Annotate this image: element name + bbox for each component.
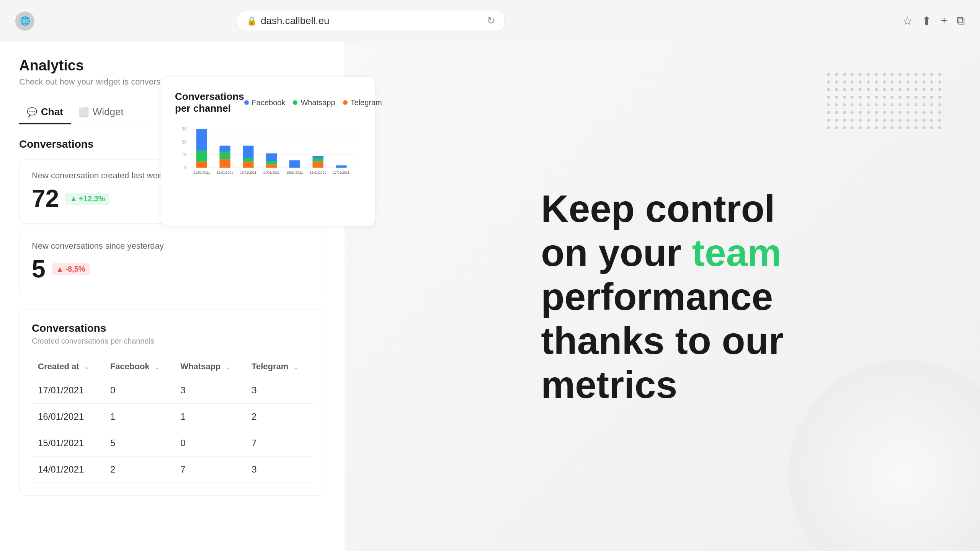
chart-header: Conversations per channel Facebook Whats… xyxy=(175,91,361,114)
decoration-dot xyxy=(843,80,846,83)
decoration-dot xyxy=(851,126,854,129)
svg-text:13/01/2021: 13/01/2021 xyxy=(240,171,256,174)
legend-label-telegram: Telegram xyxy=(351,98,382,107)
badge-text-12: +12,3% xyxy=(79,194,105,203)
circle-decoration xyxy=(789,360,980,551)
decoration-dot xyxy=(883,119,886,122)
decoration-dot xyxy=(898,80,902,83)
decoration-dot xyxy=(883,88,886,91)
bar-whatsapp-0 xyxy=(196,151,207,161)
svg-text:17/01/2021: 17/01/2021 xyxy=(333,171,350,174)
decoration-dot xyxy=(890,119,893,122)
sort-icon-telegram: ⌄ xyxy=(293,364,298,370)
badge-positive-12: ▲ +12,3% xyxy=(65,193,109,205)
tabs-icon[interactable]: ⧉ xyxy=(957,14,965,28)
decoration-dot xyxy=(915,96,918,99)
decoration-dot xyxy=(938,111,941,114)
decoration-dot xyxy=(843,73,846,76)
bookmark-icon[interactable]: ☆ xyxy=(902,14,913,28)
browser-icon: 🌐 xyxy=(15,11,34,31)
legend-dot-telegram xyxy=(343,100,348,105)
browser-actions: ☆ ⬆ + ⧉ xyxy=(902,14,965,28)
cell-telegram-3: 3 xyxy=(245,456,313,483)
stat-card-yesterday-title: New conversations since yesterday xyxy=(32,241,313,251)
decoration-dot xyxy=(851,111,854,114)
stat-value-72: 72 xyxy=(32,184,59,213)
decoration-dot xyxy=(915,111,918,114)
decoration-dot xyxy=(875,103,878,106)
decoration-dot xyxy=(859,73,862,76)
decoration-dot xyxy=(851,103,854,106)
decoration-dot xyxy=(835,126,838,129)
col-whatsapp[interactable]: Whatsapp ⌄ xyxy=(174,356,245,377)
cell-facebook-0: 0 xyxy=(104,377,174,404)
table-section: Conversations Created conversations per … xyxy=(19,310,325,496)
svg-text:10: 10 xyxy=(182,152,186,157)
reload-icon[interactable]: ↻ xyxy=(487,15,495,27)
address-bar[interactable]: 🔒 dash.callbell.eu ↻ xyxy=(237,11,505,31)
legend-whatsapp: Whatsapp xyxy=(293,98,335,107)
hero-text: Keep control on your team performance th… xyxy=(541,187,783,407)
decoration-dot xyxy=(843,88,846,91)
chart-title: Conversations per channel xyxy=(175,91,244,114)
decoration-dot xyxy=(915,73,918,76)
bar-whatsapp-5 xyxy=(312,158,323,161)
hero-team: team xyxy=(692,231,781,274)
tab-widget[interactable]: ⬜ Widget xyxy=(71,101,131,124)
badge-text-8: -8,5% xyxy=(65,265,85,274)
badge-arrow-down: ▲ xyxy=(56,265,64,274)
decoration-dot xyxy=(938,103,941,106)
browser-chrome: 🌐 🔒 dash.callbell.eu ↻ ☆ ⬆ + ⧉ xyxy=(0,0,980,42)
col-telegram[interactable]: Telegram ⌄ xyxy=(245,356,313,377)
decoration-dot xyxy=(915,126,918,129)
decoration-dot xyxy=(890,80,893,83)
chart-legend: Facebook Whatsapp Telegram xyxy=(244,98,382,107)
cell-telegram-2: 7 xyxy=(245,430,313,456)
bar-telegram-1 xyxy=(219,159,230,168)
bar-whatsapp-3 xyxy=(266,161,277,164)
hero-metrics: metrics xyxy=(541,363,677,406)
svg-text:14/01/2021: 14/01/2021 xyxy=(263,171,280,174)
decoration-dot xyxy=(859,80,862,83)
share-icon[interactable]: ⬆ xyxy=(922,14,931,28)
decoration-dot xyxy=(938,80,941,83)
decoration-dot xyxy=(883,103,886,106)
col-facebook[interactable]: Facebook ⌄ xyxy=(104,356,174,377)
decoration-dot xyxy=(923,88,926,91)
decoration-dot xyxy=(867,96,870,99)
hero-performance: performance xyxy=(541,275,773,318)
decoration-dot xyxy=(923,126,926,129)
add-tab-icon[interactable]: + xyxy=(941,14,947,28)
decoration-dot xyxy=(898,73,902,76)
tab-chat[interactable]: 💬 Chat xyxy=(19,101,71,124)
legend-label-whatsapp: Whatsapp xyxy=(301,98,335,107)
decoration-dot xyxy=(859,111,862,114)
cell-whatsapp-2: 0 xyxy=(174,430,245,456)
hero-on-your: on your xyxy=(541,231,692,274)
table-row: 15/01/2021507 xyxy=(32,430,313,456)
decoration-dot xyxy=(875,73,878,76)
bar-facebook-6 xyxy=(336,165,346,168)
widget-tab-icon: ⬜ xyxy=(78,107,89,117)
decoration-dot xyxy=(851,73,854,76)
decoration-dot xyxy=(859,126,862,129)
decoration-dot xyxy=(859,119,862,122)
cell-facebook-1: 1 xyxy=(104,404,174,430)
decoration-dot xyxy=(867,119,870,122)
decoration-dot xyxy=(851,96,854,99)
svg-text:12/01/2021: 12/01/2021 xyxy=(217,171,233,174)
decoration-dot xyxy=(867,126,870,129)
decoration-dot xyxy=(851,80,854,83)
decoration-dot xyxy=(890,96,893,99)
decoration-dot xyxy=(930,96,933,99)
decoration-dot xyxy=(906,80,910,83)
sort-icon-whatsapp: ⌄ xyxy=(225,364,230,370)
decoration-dot xyxy=(930,73,933,76)
col-created-at[interactable]: Created at ⌄ xyxy=(32,356,104,377)
decoration-dot xyxy=(923,96,926,99)
decoration-dot xyxy=(835,103,838,106)
table-section-title: Conversations xyxy=(32,322,313,334)
decoration-dot xyxy=(938,126,941,129)
decoration-dot xyxy=(875,96,878,99)
cell-facebook-3: 2 xyxy=(104,456,174,483)
